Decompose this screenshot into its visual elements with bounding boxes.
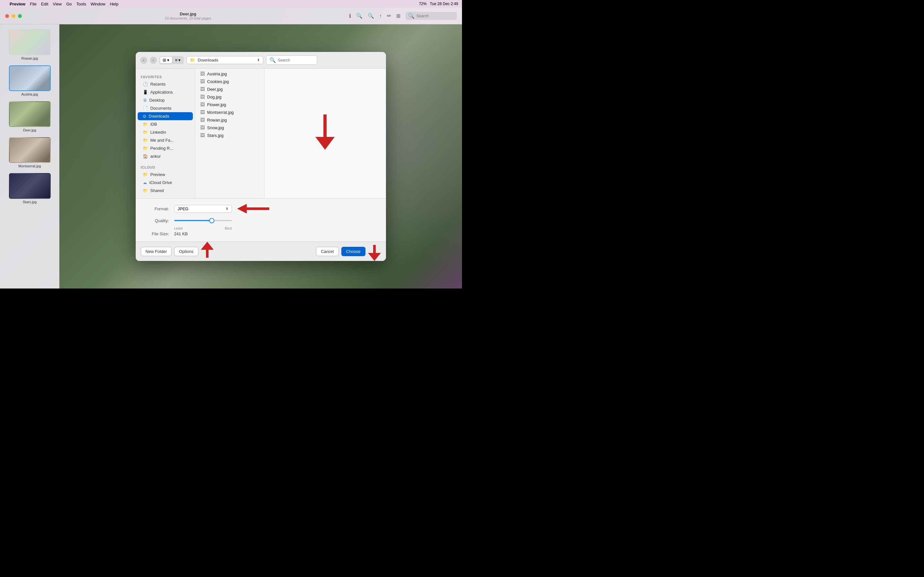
pending-r-icon: 📁	[143, 146, 148, 151]
sidebar-item-icloud-drive[interactable]: ☁ iCloud Drive	[137, 179, 193, 187]
quality-best-label: Best	[225, 226, 232, 230]
quality-row: Quality:	[144, 218, 378, 224]
battery-level: 72%	[419, 2, 427, 6]
recents-icon: 🕐	[143, 82, 148, 87]
icloud-drive-icon: ☁	[143, 180, 147, 185]
sidebar-item-pending-r[interactable]: 📁 Pending R...	[137, 144, 193, 152]
file-stars-icon: 🖼	[200, 133, 205, 138]
file-item-flower[interactable]: 🖼 Flower.jpg	[195, 101, 264, 108]
file-item-snow[interactable]: 🖼 Snow.jpg	[195, 124, 264, 131]
dialog-sidebar: Favorites 🕐 Recents 📱 Applications 🖥	[136, 69, 195, 198]
sidebar-item-linkedin[interactable]: 📁 LinkedIn	[137, 128, 193, 136]
dialog-search-bar[interactable]: 🔍	[266, 55, 317, 65]
file-item-rowan[interactable]: 🖼 Rowan.jpg	[195, 116, 264, 124]
file-snow-name: Snow.jpg	[207, 125, 224, 130]
menu-go[interactable]: Go	[66, 2, 71, 6]
search-icon: 🔍	[408, 13, 415, 19]
file-dog-name: Dog.jpg	[207, 95, 222, 99]
sidebar-item-preview[interactable]: 📁 Preview	[137, 171, 193, 179]
file-dog-icon: 🖼	[200, 94, 205, 99]
zoom-out-icon[interactable]: 🔍	[368, 13, 374, 19]
file-deer-icon: 🖼	[200, 87, 205, 92]
file-list-area: 🖼 Austria.jpg 🖼 Cookies.jpg 🖼 Deer.jpg	[195, 69, 264, 139]
file-item-deer[interactable]: 🖼 Deer.jpg	[195, 85, 264, 93]
menu-view[interactable]: View	[53, 2, 62, 6]
list-view-button[interactable]: ≡ ▾	[173, 57, 184, 63]
file-item-austria[interactable]: 🖼 Austria.jpg	[195, 70, 264, 77]
applications-label: Applications	[150, 90, 173, 95]
sidebar-item-applications[interactable]: 📱 Applications	[137, 88, 193, 96]
thumbnail-deer[interactable]: Deer.jpg	[3, 101, 57, 132]
thumbnail-rowan[interactable]: Rowan.jpg	[3, 29, 57, 60]
sidebar-item-me-and-fa[interactable]: 📁 Me and Fa...	[137, 136, 193, 144]
file-item-montserrat[interactable]: 🖼 Montserrat.jpg	[195, 108, 264, 116]
copy-icon[interactable]: ⊞	[396, 13, 401, 19]
format-select[interactable]: JPEG ⬍	[174, 205, 232, 213]
file-stars-name: Stars.jpg	[207, 133, 224, 138]
options-button[interactable]: Options	[174, 247, 198, 256]
sidebar-item-desktop[interactable]: 🖥 Desktop	[137, 96, 193, 104]
documents-label: Documents	[150, 106, 172, 111]
menu-help[interactable]: Help	[110, 2, 118, 6]
list-view-icon: ≡	[175, 58, 178, 63]
quality-labels: Least Best	[174, 226, 232, 230]
cancel-button[interactable]: Cancel	[316, 247, 338, 256]
file-item-stars[interactable]: 🖼 Stars.jpg	[195, 131, 264, 139]
dialog-search-icon: 🔍	[270, 57, 276, 63]
file-snow-icon: 🖼	[200, 125, 205, 130]
quality-least-label: Least	[174, 226, 183, 230]
zoom-in-icon[interactable]: 🔍	[356, 13, 363, 19]
dialog-search-input[interactable]	[278, 58, 314, 63]
close-button[interactable]	[5, 14, 9, 18]
menu-window[interactable]: Window	[90, 2, 105, 6]
menu-preview[interactable]: Preview	[10, 2, 25, 6]
sidebar-item-recents[interactable]: 🕐 Recents	[137, 80, 193, 88]
sidebar-item-downloads[interactable]: ⊙ Downloads	[137, 112, 193, 120]
thumbnail-austria[interactable]: Austria.jpg	[3, 65, 57, 96]
me-and-fa-icon: 📁	[143, 138, 148, 143]
svg-marker-5	[201, 242, 214, 250]
format-row: Format: JPEG ⬍	[144, 204, 378, 213]
menu-file[interactable]: File	[30, 2, 37, 6]
search-input[interactable]	[417, 14, 454, 18]
toolbar-icons: ℹ 🔍 🔍 ↑ ✏ ⊞ 🔍	[349, 12, 457, 20]
toolbar-search[interactable]: 🔍	[405, 12, 457, 20]
zoom-button[interactable]	[18, 14, 22, 18]
pending-r-label: Pending R...	[150, 146, 174, 151]
menu-edit[interactable]: Edit	[41, 2, 48, 6]
menu-tools[interactable]: Tools	[76, 2, 86, 6]
arrow-down-choose	[368, 245, 381, 261]
svg-marker-7	[368, 253, 381, 261]
new-folder-button[interactable]: New Folder	[141, 247, 172, 256]
file-item-dog[interactable]: 🖼 Dog.jpg	[195, 93, 264, 101]
minimize-button[interactable]	[11, 14, 15, 18]
markup-icon[interactable]: ✏	[387, 13, 391, 19]
window-subtitle: 10 documents, 10 total pages	[165, 16, 211, 20]
share-icon[interactable]: ↑	[379, 13, 382, 19]
file-montserrat-icon: 🖼	[200, 110, 205, 115]
quality-thumb[interactable]	[209, 218, 214, 223]
file-dialog: ‹ › ⊞ ▾ ≡ ▾ 📁	[136, 52, 386, 261]
thumbnail-montserrat[interactable]: Montserrat.jpg	[3, 137, 57, 168]
location-bar[interactable]: 📁 Downloads ⬍	[186, 56, 263, 64]
location-text: Downloads	[198, 58, 254, 63]
info-icon[interactable]: ℹ	[349, 13, 351, 19]
menubar-right: 72% Tue 28 Dec 2:49	[419, 2, 458, 6]
file-item-cookies[interactable]: 🖼 Cookies.jpg	[195, 77, 264, 85]
sidebar-item-shared[interactable]: 📁 Shared	[137, 187, 193, 195]
choose-button[interactable]: Choose	[341, 247, 365, 256]
filesize-label: File Size:	[144, 231, 169, 236]
thumbnail-stars[interactable]: Stars.jpg	[3, 173, 57, 204]
sidebar-item-documents[interactable]: 📄 Documents	[137, 104, 193, 112]
titlebar: Deer.jpg 10 documents, 10 total pages ℹ …	[0, 8, 462, 24]
icon-view-button[interactable]: ⊞ ▾	[160, 57, 172, 63]
forward-button[interactable]: ›	[150, 57, 157, 64]
applications-icon: 📱	[143, 90, 148, 95]
quality-slider[interactable]	[174, 218, 232, 224]
title-info: Deer.jpg 10 documents, 10 total pages	[27, 11, 349, 20]
back-button[interactable]: ‹	[140, 57, 147, 64]
file-austria-name: Austria.jpg	[207, 71, 227, 76]
sidebar-item-idb[interactable]: 📁 iDB	[137, 120, 193, 128]
thumbnail-austria-label: Austria.jpg	[21, 92, 38, 96]
sidebar-item-ankur[interactable]: 🏠 ankur	[137, 152, 193, 160]
